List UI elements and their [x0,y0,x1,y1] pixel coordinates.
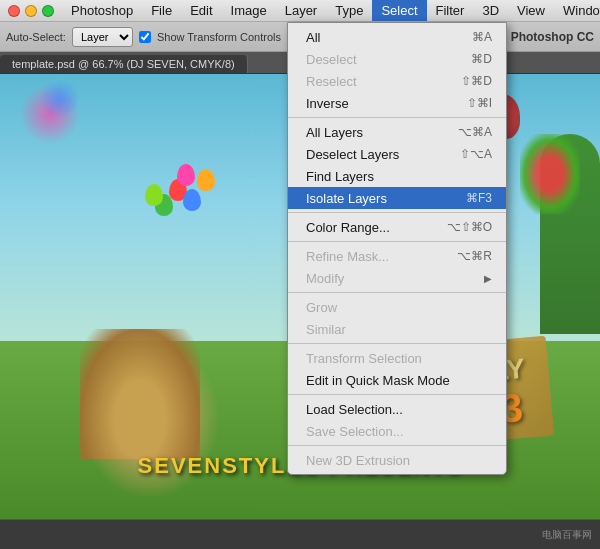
menu-deselect[interactable]: Deselect ⌘D [288,48,506,70]
menu-grow-label: Grow [306,300,492,315]
menu-photoshop[interactable]: Photoshop [62,0,142,21]
menu-deselect-layers-shortcut: ⇧⌥A [460,147,492,161]
menu-select[interactable]: Select [372,0,426,21]
menu-refine-mask-label: Refine Mask... [306,249,447,264]
ps-label: Photoshop CC [511,30,594,44]
menu-inverse-label: Inverse [306,96,457,111]
maximize-button[interactable] [42,5,54,17]
bottom-bar: 电脑百事网 [0,519,600,549]
menu-edit[interactable]: Edit [181,0,221,21]
menu-deselect-layers[interactable]: Deselect Layers ⇧⌥A [288,143,506,165]
close-button[interactable] [8,5,20,17]
menu-transform-selection[interactable]: Transform Selection [288,347,506,369]
auto-select-label: Auto-Select: [6,31,66,43]
menu-modify[interactable]: Modify ▶ [288,267,506,289]
menu-reselect[interactable]: Reselect ⇧⌘D [288,70,506,92]
menu-file[interactable]: File [142,0,181,21]
menu-all-layers[interactable]: All Layers ⌥⌘A [288,121,506,143]
menu-deselect-layers-label: Deselect Layers [306,147,450,162]
separator-6 [288,394,506,395]
menu-all-layers-shortcut: ⌥⌘A [458,125,492,139]
menu-deselect-label: Deselect [306,52,461,67]
menu-modify-label: Modify [306,271,484,286]
menu-load-selection-label: Load Selection... [306,402,492,417]
menu-color-range-label: Color Range... [306,220,437,235]
menu-3d-extrusion[interactable]: New 3D Extrusion [288,449,506,471]
menu-filter[interactable]: Filter [427,0,474,21]
menu-similar-label: Similar [306,322,492,337]
menu-isolate-layers[interactable]: Isolate Layers ⌘F3 [288,187,506,209]
menu-find-layers[interactable]: Find Layers [288,165,506,187]
menu-layer[interactable]: Layer [276,0,327,21]
menu-reselect-shortcut: ⇧⌘D [461,74,492,88]
watermark: 电脑百事网 [542,528,592,542]
menu-transform-selection-label: Transform Selection [306,351,492,366]
separator-5 [288,343,506,344]
deer-body [80,329,200,459]
menu-quick-mask[interactable]: Edit in Quick Mask Mode [288,369,506,391]
menu-reselect-label: Reselect [306,74,451,89]
menu-color-range[interactable]: Color Range... ⌥⇧⌘O [288,216,506,238]
show-transform-checkbox[interactable] [139,31,151,43]
menu-deselect-shortcut: ⌘D [471,52,492,66]
doc-tab[interactable]: template.psd @ 66.7% (DJ SEVEN, CMYK/8) [0,55,248,73]
menu-bar: Photoshop File Edit Image Layer Type Sel… [0,0,600,22]
menu-refine-mask[interactable]: Refine Mask... ⌥⌘R [288,245,506,267]
select-dropdown-menu: All ⌘A Deselect ⌘D Reselect ⇧⌘D Inverse … [287,22,507,475]
menu-inverse[interactable]: Inverse ⇧⌘I [288,92,506,114]
menu-all-layers-label: All Layers [306,125,448,140]
menu-all-shortcut: ⌘A [472,30,492,44]
modify-arrow-icon: ▶ [484,273,492,284]
menu-type[interactable]: Type [326,0,372,21]
menu-color-range-shortcut: ⌥⇧⌘O [447,220,492,234]
firework-2 [40,79,80,119]
parrot [520,134,580,214]
auto-select-dropdown[interactable]: Layer Group [72,27,133,47]
menu-refine-mask-shortcut: ⌥⌘R [457,249,492,263]
menu-view[interactable]: View [508,0,554,21]
separator-7 [288,445,506,446]
menu-isolate-layers-shortcut: ⌘F3 [466,191,492,205]
separator-3 [288,241,506,242]
menu-quick-mask-label: Edit in Quick Mask Mode [306,373,492,388]
window-controls [0,5,62,17]
menu-find-layers-label: Find Layers [306,169,482,184]
show-transform-label: Show Transform Controls [157,31,281,43]
menu-all-label: All [306,30,462,45]
menu-load-selection[interactable]: Load Selection... [288,398,506,420]
minimize-button[interactable] [25,5,37,17]
menu-3d-extrusion-label: New 3D Extrusion [306,453,492,468]
menu-save-selection[interactable]: Save Selection... [288,420,506,442]
separator-1 [288,117,506,118]
menu-image[interactable]: Image [222,0,276,21]
menu-3d[interactable]: 3D [473,0,508,21]
menu-inverse-shortcut: ⇧⌘I [467,96,492,110]
menu-save-selection-label: Save Selection... [306,424,492,439]
menu-window[interactable]: Window [554,0,600,21]
separator-2 [288,212,506,213]
menu-grow[interactable]: Grow [288,296,506,318]
menu-isolate-layers-label: Isolate Layers [306,191,456,206]
separator-4 [288,292,506,293]
menu-similar[interactable]: Similar [288,318,506,340]
menu-all[interactable]: All ⌘A [288,26,506,48]
